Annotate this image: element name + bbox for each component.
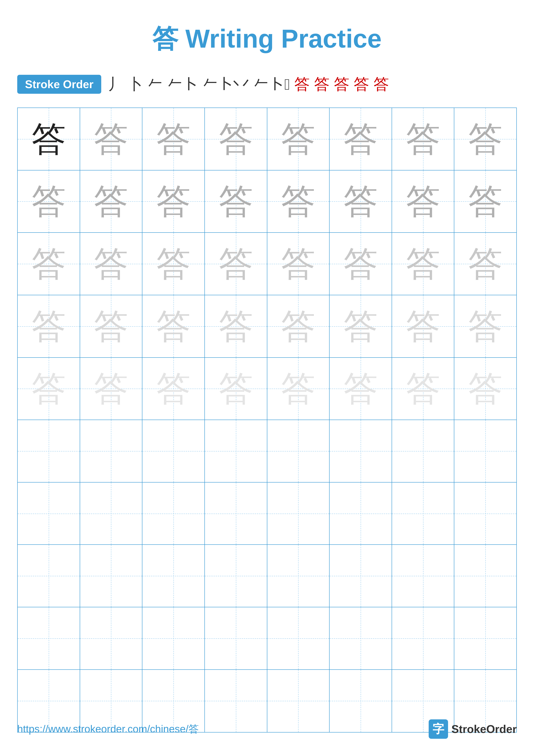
grid-cell-8-6[interactable]: [392, 607, 454, 670]
cell-char-1-2: 答: [156, 184, 191, 219]
cell-char-2-7: 答: [468, 247, 502, 281]
grid-cell-2-6[interactable]: 答: [392, 233, 454, 295]
grid-cell-4-4[interactable]: 答: [267, 358, 330, 420]
grid-cell-5-6[interactable]: [392, 420, 454, 482]
grid-cell-1-5[interactable]: 答: [330, 171, 392, 233]
grid-cell-6-5[interactable]: [330, 482, 392, 545]
grid-cell-0-4[interactable]: 答: [267, 108, 330, 171]
grid-cell-4-7[interactable]: 答: [454, 358, 516, 420]
cell-char-4-4: 答: [281, 371, 315, 406]
grid-cell-7-3[interactable]: [205, 545, 267, 607]
grid-cell-5-2[interactable]: [142, 420, 205, 482]
grid-cell-7-6[interactable]: [392, 545, 454, 607]
grid-cell-3-7[interactable]: 答: [454, 295, 516, 358]
grid-cell-3-0[interactable]: 答: [18, 295, 80, 358]
grid-cell-3-1[interactable]: 答: [80, 295, 142, 358]
grid-cell-8-0[interactable]: [18, 607, 80, 670]
grid-cell-7-4[interactable]: [267, 545, 330, 607]
stroke-char-7: 答: [294, 74, 310, 94]
grid-cell-8-4[interactable]: [267, 607, 330, 670]
stroke-order-chars: 丿 卜 𠂉 𠂉卜 𠂉卜丷 𠂉卜𠤏 答 答 答 答 答: [108, 74, 389, 94]
grid-cell-1-2[interactable]: 答: [142, 171, 205, 233]
page: 答 Writing Practice Stroke Order 丿 卜 𠂉 𠂉卜…: [0, 0, 534, 756]
cell-char-2-6: 答: [406, 247, 440, 281]
grid-cell-7-0[interactable]: [18, 545, 80, 607]
grid-cell-2-4[interactable]: 答: [267, 233, 330, 295]
grid-cell-4-3[interactable]: 答: [205, 358, 267, 420]
grid-cell-3-4[interactable]: 答: [267, 295, 330, 358]
grid-cell-5-4[interactable]: [267, 420, 330, 482]
grid-cell-4-2[interactable]: 答: [142, 358, 205, 420]
grid-cell-2-0[interactable]: 答: [18, 233, 80, 295]
grid-cell-6-0[interactable]: [18, 482, 80, 545]
grid-row-3: 答答答答答答答答: [18, 295, 516, 358]
grid-cell-5-7[interactable]: [454, 420, 516, 482]
grid-cell-8-1[interactable]: [80, 607, 142, 670]
grid-cell-6-4[interactable]: [267, 482, 330, 545]
grid-cell-4-0[interactable]: 答: [18, 358, 80, 420]
grid-cell-8-3[interactable]: [205, 607, 267, 670]
stroke-order-badge: Stroke Order: [17, 75, 101, 94]
grid-row-6: [18, 482, 516, 545]
cell-char-1-4: 答: [281, 184, 315, 219]
grid-cell-6-6[interactable]: [392, 482, 454, 545]
grid-cell-8-7[interactable]: [454, 607, 516, 670]
cell-char-3-4: 答: [281, 309, 315, 343]
grid-cell-7-7[interactable]: [454, 545, 516, 607]
grid-cell-1-0[interactable]: 答: [18, 171, 80, 233]
grid-cell-2-2[interactable]: 答: [142, 233, 205, 295]
cell-char-1-5: 答: [343, 184, 378, 219]
grid-cell-0-1[interactable]: 答: [80, 108, 142, 171]
cell-char-1-3: 答: [219, 184, 253, 219]
grid-cell-0-3[interactable]: 答: [205, 108, 267, 171]
grid-cell-6-1[interactable]: [80, 482, 142, 545]
grid-cell-6-7[interactable]: [454, 482, 516, 545]
grid-cell-8-5[interactable]: [330, 607, 392, 670]
grid-cell-5-5[interactable]: [330, 420, 392, 482]
grid-cell-1-7[interactable]: 答: [454, 171, 516, 233]
grid-cell-1-4[interactable]: 答: [267, 171, 330, 233]
grid-cell-5-3[interactable]: [205, 420, 267, 482]
grid-cell-3-5[interactable]: 答: [330, 295, 392, 358]
stroke-char-10: 答: [354, 74, 369, 94]
grid-cell-7-5[interactable]: [330, 545, 392, 607]
grid-cell-1-3[interactable]: 答: [205, 171, 267, 233]
cell-char-3-1: 答: [94, 309, 128, 343]
grid-cell-0-6[interactable]: 答: [392, 108, 454, 171]
grid-cell-3-3[interactable]: 答: [205, 295, 267, 358]
grid-cell-2-7[interactable]: 答: [454, 233, 516, 295]
grid-cell-4-5[interactable]: 答: [330, 358, 392, 420]
grid-cell-0-7[interactable]: 答: [454, 108, 516, 171]
cell-char-3-6: 答: [406, 309, 440, 343]
cell-char-4-6: 答: [406, 371, 440, 406]
grid-row-8: [18, 607, 516, 670]
grid-cell-2-5[interactable]: 答: [330, 233, 392, 295]
stroke-char-8: 答: [314, 74, 330, 94]
footer: https://www.strokeorder.com/chinese/答 字 …: [17, 719, 517, 739]
grid-cell-3-6[interactable]: 答: [392, 295, 454, 358]
grid-cell-0-5[interactable]: 答: [330, 108, 392, 171]
cell-char-3-3: 答: [219, 309, 253, 343]
grid-row-4: 答答答答答答答答: [18, 358, 516, 420]
grid-cell-2-3[interactable]: 答: [205, 233, 267, 295]
grid-cell-0-0[interactable]: 答: [18, 108, 80, 171]
grid-cell-2-1[interactable]: 答: [80, 233, 142, 295]
grid-cell-7-1[interactable]: [80, 545, 142, 607]
grid-cell-0-2[interactable]: 答: [142, 108, 205, 171]
grid-cell-4-1[interactable]: 答: [80, 358, 142, 420]
grid-cell-4-6[interactable]: 答: [392, 358, 454, 420]
grid-row-5: [18, 420, 516, 482]
grid-row-7: [18, 545, 516, 607]
grid-cell-7-2[interactable]: [142, 545, 205, 607]
grid-cell-1-1[interactable]: 答: [80, 171, 142, 233]
grid-cell-6-3[interactable]: [205, 482, 267, 545]
cell-char-4-3: 答: [219, 371, 253, 406]
stroke-order-section: Stroke Order 丿 卜 𠂉 𠂉卜 𠂉卜丷 𠂉卜𠤏 答 答 答 答 答: [17, 74, 517, 94]
stroke-char-2: 卜: [128, 74, 143, 94]
grid-cell-1-6[interactable]: 答: [392, 171, 454, 233]
grid-cell-5-1[interactable]: [80, 420, 142, 482]
grid-cell-3-2[interactable]: 答: [142, 295, 205, 358]
grid-cell-5-0[interactable]: [18, 420, 80, 482]
grid-cell-8-2[interactable]: [142, 607, 205, 670]
grid-cell-6-2[interactable]: [142, 482, 205, 545]
